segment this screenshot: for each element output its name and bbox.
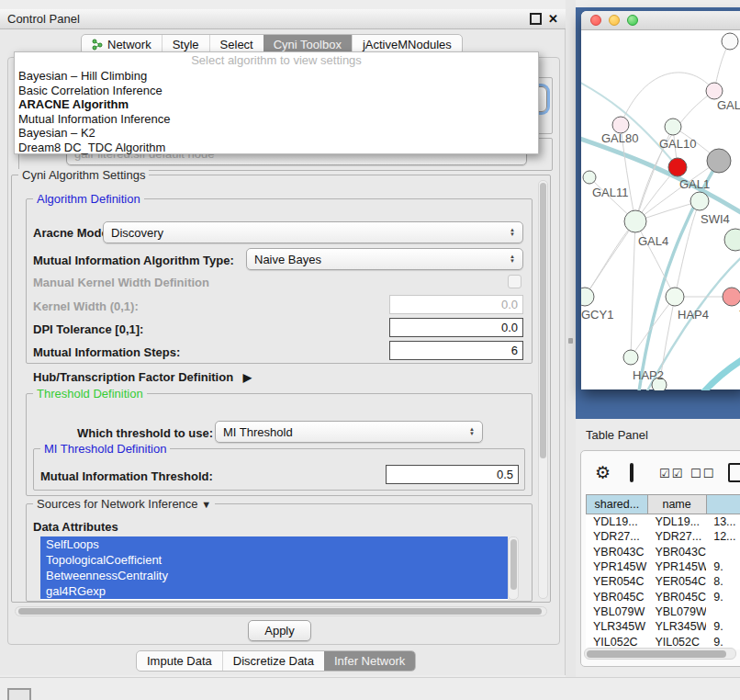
data-attribute-item[interactable]: BetweennessCentrality (40, 568, 508, 583)
network-window[interactable]: GALGAL80GAL10GAL11GAL1SWI4GAL4GCY1HAP4YH… (581, 11, 740, 390)
attributes-list-scrollbar-thumb[interactable] (510, 539, 517, 590)
table-cell[interactable]: YBR045C (586, 591, 647, 604)
settings-vertical-scrollbar[interactable] (538, 180, 548, 599)
table-row[interactable]: YBR045CYBR045C9. (586, 589, 740, 604)
table-row[interactable]: YBL079WYBL079W (586, 604, 740, 619)
table-row[interactable]: YER054CYER054C8. (586, 574, 740, 589)
network-node[interactable] (624, 210, 646, 232)
hub-definition-toggle[interactable]: Hub/Transcription Factor Definition ▶ (33, 370, 252, 384)
table-cell[interactable]: 9. (706, 560, 740, 573)
apply-button[interactable]: Apply (248, 620, 311, 641)
algorithm-popup-item[interactable]: Mutual Information Inference (15, 112, 538, 127)
network-node[interactable] (581, 288, 594, 306)
manual-kernel-width-checkbox[interactable] (508, 275, 521, 288)
aracne-mode-combo[interactable]: Discovery ▲▼ (103, 221, 523, 243)
data-attribute-item[interactable]: SelfLoops (40, 536, 508, 552)
table-cell[interactable]: 9. (706, 620, 740, 633)
split-columns-icon[interactable] (630, 463, 633, 482)
close-icon[interactable]: ✕ (548, 13, 558, 25)
network-canvas[interactable]: GALGAL80GAL10GAL11GAL1SWI4GAL4GCY1HAP4YH… (581, 30, 740, 390)
zoom-traffic-light-icon[interactable] (627, 15, 638, 26)
kernel-width-field[interactable]: 0.0 (389, 295, 523, 314)
table-cell[interactable]: 9. (706, 636, 740, 649)
table-cell[interactable]: YBR043C (647, 546, 706, 559)
table-horizontal-scrollbar[interactable] (584, 648, 736, 660)
select-all-checkboxes-icon[interactable]: ☑☑ (659, 467, 684, 480)
network-node[interactable] (623, 350, 638, 365)
network-node[interactable] (668, 158, 687, 176)
table-row[interactable]: YLR345WYLR345W9. (586, 619, 740, 634)
table-cell[interactable]: YIL052C (586, 636, 647, 649)
table-row[interactable]: YPR145WYPR145W9. (586, 559, 740, 574)
table-cell[interactable]: YDR27... (647, 530, 706, 543)
tab-impute-data[interactable]: Impute Data (137, 651, 222, 671)
which-threshold-combo[interactable]: MI Threshold ▲▼ (215, 421, 483, 443)
table-row[interactable]: YDR27...YDR27...12... (586, 529, 740, 544)
gear-icon[interactable]: ⚙ (595, 462, 611, 483)
network-node[interactable] (666, 288, 684, 306)
table-cell[interactable]: YDL19... (647, 515, 706, 528)
algorithm-popup-item[interactable]: Basic Correlation Inference (15, 84, 538, 98)
minimize-traffic-light-icon[interactable] (609, 15, 620, 26)
table-cell[interactable]: YBR045C (647, 591, 706, 604)
new-table-file-icon[interactable] (728, 463, 740, 482)
algorithm-popup-item[interactable]: Dream8 DC_TDC Algorithm (15, 141, 538, 155)
sources-toggle[interactable]: Sources for Network Inference ▼ (33, 498, 215, 511)
table-cell[interactable]: YLR345W (586, 620, 647, 633)
mi-steps-field[interactable]: 6 (389, 341, 523, 360)
table-cell[interactable]: 12... (706, 530, 740, 543)
table-cell[interactable]: YLR345W (647, 620, 706, 633)
column-header-shared[interactable]: shared... (586, 494, 648, 514)
network-edge[interactable] (631, 221, 635, 357)
splitter-handle[interactable] (568, 338, 573, 344)
attributes-list-scrollbar[interactable] (508, 536, 519, 600)
network-node[interactable] (665, 119, 681, 135)
float-window-icon[interactable] (530, 13, 542, 25)
table-cell[interactable]: YBR043C (586, 546, 647, 559)
table-cell[interactable]: 9. (706, 591, 740, 604)
table-row[interactable]: YBR043CYBR043C (586, 545, 740, 559)
algorithm-popup-item[interactable]: Bayesian – Hill Climbing (15, 69, 538, 84)
network-edge[interactable] (581, 78, 678, 167)
mi-threshold-field[interactable]: 0.5 (386, 465, 519, 484)
panel-splitter[interactable] (566, 0, 576, 677)
network-node[interactable] (706, 83, 723, 99)
tab-infer-network[interactable]: Infer Network (324, 651, 415, 671)
table-cell[interactable]: YDR27... (586, 530, 647, 543)
network-edge[interactable] (621, 73, 714, 125)
network-node[interactable] (723, 288, 740, 306)
table-cell[interactable]: YBL079W (647, 605, 706, 618)
settings-vertical-scrollbar-thumb[interactable] (540, 183, 546, 458)
network-node[interactable] (690, 192, 709, 210)
table-cell[interactable]: YIL052C (647, 636, 706, 649)
close-traffic-light-icon[interactable] (590, 15, 601, 26)
column-header-name[interactable]: name (648, 494, 707, 514)
network-node[interactable] (722, 33, 738, 50)
dpi-tolerance-field[interactable]: 0.0 (389, 318, 523, 337)
table-horizontal-scrollbar-thumb[interactable] (587, 650, 726, 658)
data-attribute-item[interactable]: TopologicalCoefficient (40, 552, 508, 568)
algorithm-popup-item[interactable]: ARACNE Algorithm (15, 97, 538, 112)
table-cell[interactable]: YPR145W (586, 560, 647, 573)
table-cell[interactable]: YPR145W (647, 560, 706, 573)
tab-discretize-data[interactable]: Discretize Data (222, 651, 324, 671)
network-node[interactable] (724, 229, 740, 251)
table-cell[interactable]: 8. (706, 575, 740, 588)
algorithm-popup-item[interactable]: Bayesian – K2 (15, 126, 538, 141)
network-node[interactable] (583, 171, 596, 184)
deselect-all-checkboxes-icon[interactable]: ☐☐ (690, 467, 715, 480)
settings-horizontal-scrollbar-thumb[interactable] (18, 608, 542, 615)
mi-algorithm-type-combo[interactable]: Naive Bayes ▲▼ (246, 248, 523, 270)
network-edge[interactable] (635, 221, 675, 297)
network-edge[interactable] (699, 352, 740, 390)
network-node[interactable] (707, 149, 731, 173)
column-header-partial[interactable] (707, 494, 740, 514)
table-cell[interactable]: YER054C (647, 575, 706, 588)
table-cell[interactable]: YER054C (586, 575, 647, 588)
table-cell[interactable]: 13... (706, 515, 740, 528)
table-cell[interactable]: YDL19... (586, 515, 647, 528)
network-window-titlebar[interactable] (581, 11, 740, 30)
table-cell[interactable]: YBL079W (586, 605, 647, 618)
data-attributes-list[interactable]: SelfLoopsTopologicalCoefficientBetweenne… (40, 536, 508, 600)
data-attribute-item[interactable]: gal4RGexp (40, 583, 508, 599)
